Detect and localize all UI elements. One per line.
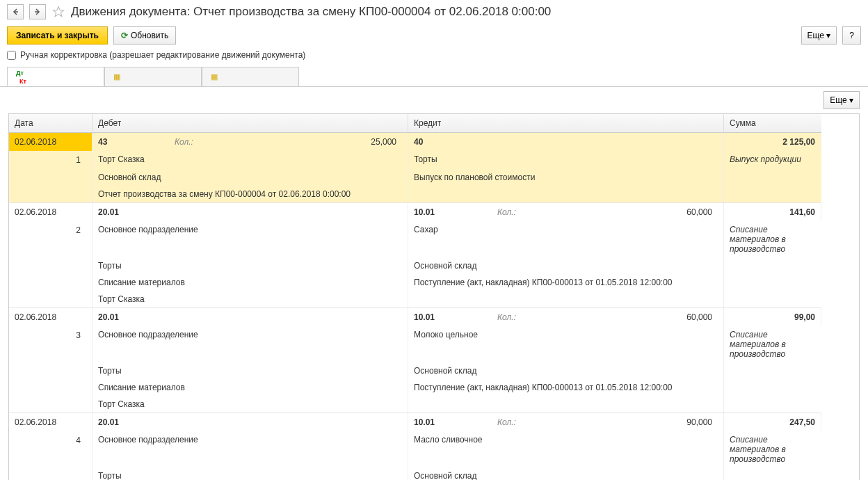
grid-body[interactable]: 02.06.201843Кол.:25,000402 125,001Торт С… bbox=[9, 133, 821, 480]
pad bbox=[9, 467, 93, 480]
debit-qty: 25,000 bbox=[216, 137, 402, 147]
back-button[interactable] bbox=[7, 4, 24, 19]
credit-detail bbox=[408, 396, 724, 413]
pad bbox=[9, 291, 93, 307]
debit-account: 20.01 bbox=[98, 312, 175, 322]
debit-detail: Торты bbox=[93, 467, 408, 480]
description: Списание материалов в производство bbox=[724, 431, 821, 467]
debit-account: 43 bbox=[98, 137, 175, 147]
debit-detail: Основное подразделение bbox=[93, 431, 408, 467]
row-number: 4 bbox=[9, 431, 93, 467]
debit-detail: Торты bbox=[93, 257, 408, 274]
row-number: 2 bbox=[9, 221, 93, 257]
credit-account: 10.01 bbox=[414, 312, 497, 322]
debit-qty bbox=[216, 207, 402, 217]
refresh-icon: ⟳ bbox=[121, 31, 128, 40]
description bbox=[724, 467, 821, 480]
credit-qty: 60,000 bbox=[532, 207, 718, 217]
credit-detail: Масло сливочное bbox=[408, 431, 724, 467]
save-close-button[interactable]: Записать и закрыть bbox=[7, 26, 108, 45]
debit-head: 20.01 bbox=[93, 413, 408, 431]
qty-label bbox=[175, 312, 216, 322]
description bbox=[724, 274, 821, 291]
refresh-label: Обновить bbox=[131, 31, 168, 40]
credit-detail bbox=[408, 186, 724, 202]
credit-detail: Сахар bbox=[408, 221, 724, 257]
more-button[interactable]: Еще ▾ bbox=[801, 26, 837, 45]
gear-icon: ▦ bbox=[211, 72, 218, 81]
sum-cell: 247,50 bbox=[724, 413, 821, 431]
tab-register-1[interactable]: ▦ bbox=[104, 67, 202, 86]
manual-edit-label: Ручная корректировка (разрешает редактир… bbox=[20, 50, 305, 60]
pad bbox=[9, 257, 93, 274]
credit-account: 40 bbox=[414, 137, 497, 147]
chevron-down-icon: ▾ bbox=[849, 95, 853, 105]
debit-head: 20.01 bbox=[93, 203, 408, 221]
credit-qty: 90,000 bbox=[532, 417, 718, 427]
table-row[interactable]: 02.06.201820.0110.01Кол.:60,000141,602Ос… bbox=[9, 203, 821, 308]
qty-label bbox=[497, 137, 532, 147]
table-row[interactable]: 02.06.201843Кол.:25,000402 125,001Торт С… bbox=[9, 133, 821, 203]
favorite-star-icon[interactable] bbox=[51, 5, 65, 19]
credit-detail bbox=[408, 291, 724, 307]
qty-label: Кол.: bbox=[175, 137, 216, 147]
qty-label: Кол.: bbox=[497, 417, 532, 427]
debit-detail: Отчет производства за смену КП00-000004 … bbox=[93, 186, 408, 202]
page-title: Движения документа: Отчет производства з… bbox=[71, 5, 551, 19]
credit-detail: Основной склад bbox=[408, 467, 724, 480]
table-row[interactable]: 02.06.201820.0110.01Кол.:60,00099,003Осн… bbox=[9, 308, 821, 413]
pad bbox=[9, 186, 93, 202]
credit-detail: Основной склад bbox=[408, 257, 724, 274]
qty-label: Кол.: bbox=[497, 312, 532, 322]
col-sum[interactable]: Сумма bbox=[724, 114, 821, 133]
debit-detail: Списание материалов bbox=[93, 274, 408, 291]
sum-cell: 2 125,00 bbox=[724, 133, 821, 151]
description bbox=[724, 362, 821, 379]
col-credit[interactable]: Кредит bbox=[408, 114, 724, 133]
pad bbox=[9, 362, 93, 379]
debit-credit-icon: Дт Кт bbox=[16, 68, 26, 85]
debit-head: 43Кол.:25,000 bbox=[93, 133, 408, 151]
credit-detail: Торты bbox=[408, 151, 724, 169]
debit-detail: Списание материалов bbox=[93, 379, 408, 396]
forward-button[interactable] bbox=[29, 4, 46, 19]
debit-detail: Основной склад bbox=[93, 169, 408, 186]
credit-detail: Выпуск по плановой стоимости bbox=[408, 169, 724, 186]
grid-more-button[interactable]: Еще ▾ bbox=[823, 91, 860, 109]
refresh-button[interactable]: ⟳ Обновить bbox=[113, 26, 176, 45]
qty-label bbox=[175, 417, 216, 427]
debit-detail: Основное подразделение bbox=[93, 221, 408, 257]
sum-cell: 141,60 bbox=[724, 203, 821, 221]
col-debit[interactable]: Дебет bbox=[93, 114, 408, 133]
chevron-down-icon: ▾ bbox=[826, 31, 830, 40]
date-cell: 02.06.2018 bbox=[9, 203, 93, 221]
pad bbox=[9, 379, 93, 396]
debit-detail: Торты bbox=[93, 362, 408, 379]
row-number: 3 bbox=[9, 326, 93, 362]
debit-detail: Основное подразделение bbox=[93, 326, 408, 362]
description: Списание материалов в производство bbox=[724, 326, 821, 362]
credit-account: 10.01 bbox=[414, 207, 497, 217]
description: Списание материалов в производство bbox=[724, 221, 821, 257]
row-number: 1 bbox=[9, 151, 93, 169]
credit-detail: Молоко цельное bbox=[408, 326, 724, 362]
help-button[interactable]: ? bbox=[842, 26, 861, 45]
date-cell: 02.06.2018 bbox=[9, 133, 93, 151]
tab-register-2[interactable]: ▦ bbox=[202, 67, 299, 86]
description bbox=[724, 169, 821, 186]
col-date[interactable]: Дата bbox=[9, 114, 93, 133]
pad bbox=[9, 274, 93, 291]
credit-qty: 60,000 bbox=[532, 312, 718, 322]
credit-account: 10.01 bbox=[414, 417, 497, 427]
tab-accounting[interactable]: Дт Кт bbox=[7, 67, 104, 86]
credit-head: 10.01Кол.:60,000 bbox=[408, 203, 724, 221]
date-cell: 02.06.2018 bbox=[9, 308, 93, 326]
manual-edit-checkbox[interactable] bbox=[7, 51, 16, 60]
description bbox=[724, 257, 821, 274]
debit-account: 20.01 bbox=[98, 417, 175, 427]
qty-label bbox=[175, 207, 216, 217]
description bbox=[724, 379, 821, 396]
credit-detail: Поступление (акт, накладная) КП00-000013… bbox=[408, 379, 724, 396]
credit-head: 40 bbox=[408, 133, 724, 151]
table-row[interactable]: 02.06.201820.0110.01Кол.:90,000247,504Ос… bbox=[9, 413, 821, 480]
